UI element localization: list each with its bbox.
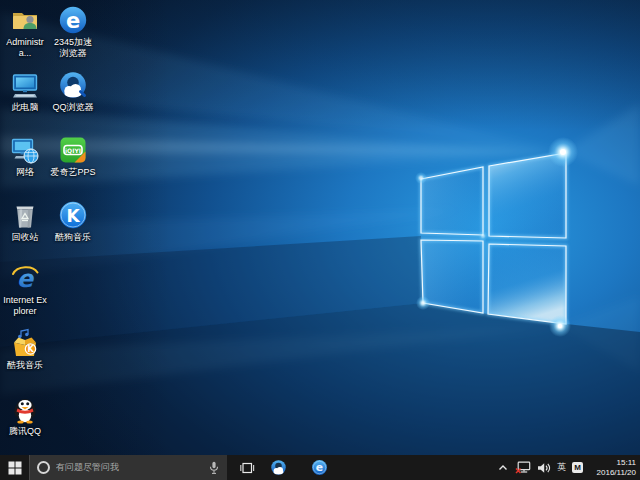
clock-date: 2016/11/20 xyxy=(589,468,636,478)
desktop-icon-label: QQ浏览器 xyxy=(50,102,96,113)
desktop-icon-label: 此电脑 xyxy=(2,102,48,113)
desktop-icon-label: 酷我音乐 xyxy=(2,360,48,371)
network-status-icon[interactable] xyxy=(515,461,531,474)
search-placeholder: 有问题尽管问我 xyxy=(56,461,209,474)
desktop-icon-2345-browser[interactable]: e 2345加速浏览器 xyxy=(50,5,96,59)
iqiyi-icon: iQIYI xyxy=(58,135,88,165)
svg-text:K: K xyxy=(66,206,80,226)
desktop-icon-internet-explorer[interactable]: e Internet Explorer xyxy=(2,263,48,317)
desktop-icon-this-pc[interactable]: 此电脑 xyxy=(2,70,48,113)
task-view-icon xyxy=(239,461,255,475)
desktop-icon-label: 网络 xyxy=(2,167,48,178)
desktop-icon-recycle-bin[interactable]: 回收站 xyxy=(2,200,48,243)
taskbar-2345-browser-button[interactable]: e xyxy=(304,455,334,480)
clock-time: 15:11 xyxy=(589,458,636,468)
start-button[interactable] xyxy=(0,455,29,480)
desktop-icon-label: 回收站 xyxy=(2,232,48,243)
desktop-icon-kuwo-music[interactable]: K 酷我音乐 xyxy=(2,328,48,371)
desktop-icon-label: 腾讯QQ xyxy=(2,426,48,437)
windows-hero-wallpaper xyxy=(0,0,640,455)
qq-browser-icon xyxy=(58,70,88,100)
desktop-icon-label: 酷狗音乐 xyxy=(50,232,96,243)
cortana-icon xyxy=(37,461,50,474)
computer-icon xyxy=(10,70,40,100)
windows-logo-icon xyxy=(8,461,22,475)
desktop-icon-label: 2345加速浏览器 xyxy=(50,37,96,59)
taskbar: 有问题尽管问我 xyxy=(0,455,640,480)
taskbar-qq-browser-button[interactable] xyxy=(263,455,293,480)
network-globe-icon xyxy=(10,135,40,165)
desktop-icon-tencent-qq[interactable]: 腾讯QQ xyxy=(2,394,48,437)
volume-icon[interactable] xyxy=(537,462,551,474)
ime-indicator[interactable]: M xyxy=(572,462,583,473)
desktop-icon-label: Administra... xyxy=(2,37,48,59)
kugou-music-icon: K xyxy=(58,200,88,230)
language-indicator[interactable]: 英 xyxy=(557,461,566,474)
task-view-button[interactable] xyxy=(232,455,262,480)
2345-browser-icon: e xyxy=(311,459,328,476)
kuwo-music-icon: K xyxy=(10,328,40,358)
screen: Administra... 此电脑 xyxy=(0,0,640,480)
desktop-icon-iqiyi-pps[interactable]: iQIYI 爱奇艺PPS xyxy=(50,135,96,178)
desktop-icon-network[interactable]: 网络 xyxy=(2,135,48,178)
desktop-icon-label: 爱奇艺PPS xyxy=(50,167,96,178)
system-tray: 英 M 15:11 2016/11/20 xyxy=(497,455,640,480)
svg-text:e: e xyxy=(66,9,80,33)
svg-text:K: K xyxy=(27,345,34,354)
desktop-icon-kugou-music[interactable]: K 酷狗音乐 xyxy=(50,200,96,243)
tray-expand-chevron-icon[interactable] xyxy=(497,463,509,473)
desktop-background[interactable]: Administra... 此电脑 xyxy=(0,0,640,455)
desktop-icon-qq-browser[interactable]: QQ浏览器 xyxy=(50,70,96,113)
svg-text:iQIYI: iQIYI xyxy=(65,147,81,154)
2345-browser-icon: e xyxy=(58,5,88,35)
qq-browser-icon xyxy=(270,459,287,476)
clock[interactable]: 15:11 2016/11/20 xyxy=(589,458,636,477)
internet-explorer-icon: e xyxy=(10,263,40,293)
taskbar-search-box[interactable]: 有问题尽管问我 xyxy=(29,455,227,480)
microphone-icon[interactable] xyxy=(209,461,219,475)
recycle-bin-icon xyxy=(10,200,40,230)
desktop-icon-label: Internet Explorer xyxy=(2,295,48,317)
desktop-icon-administrator[interactable]: Administra... xyxy=(2,5,48,59)
user-folder-icon xyxy=(10,5,40,35)
qq-penguin-icon xyxy=(10,394,40,424)
svg-text:e: e xyxy=(315,461,322,474)
